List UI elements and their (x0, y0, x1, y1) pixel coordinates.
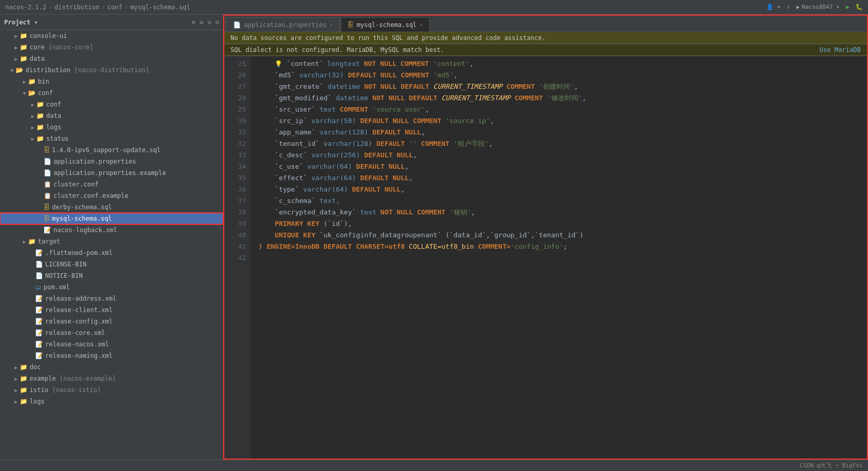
sidebar-header: Project ▾ ⊕ ≡ ⇅ ⚙ (0, 15, 223, 30)
tree-item-derby-sql[interactable]: ▶ 🗄 derby-schema.sql (0, 201, 223, 213)
tree-item-istio[interactable]: ▶ 📁 istio [nacos-istio] (0, 384, 223, 396)
tree-item-app-prop[interactable]: ▶ 📄 application.properties (0, 156, 223, 167)
debug-button[interactable]: 🐛 (856, 4, 863, 10)
collapse-all-icon[interactable]: ≡ (199, 19, 203, 26)
editor-area: 📄 application.properties ✕ 🗄 mysql-schem… (223, 15, 868, 460)
code-line-34: `c_use` varchar(64) DEFAULT NULL, (259, 161, 867, 172)
tree-item-cluster-conf-example[interactable]: ▶ 📋 cluster.conf.example (0, 190, 223, 201)
code-line-27: `gmt_create` datetime NOT NULL DEFAULT C… (259, 81, 867, 92)
tree-item-146-sql[interactable]: ▶ 🗄 1.4.0-ipv6_support-update.sql (0, 144, 223, 156)
tree-item-mysql-schema-sql[interactable]: ▶ 🗄 mysql-schema.sql (0, 213, 223, 224)
tab-mysql-schema-sql[interactable]: 🗄 mysql-schema.sql ✕ (341, 17, 430, 32)
tree-item-core[interactable]: ▶ 📁 core [nacos-core] (0, 42, 223, 53)
tree-item-bin[interactable]: ▶ 📁 bin (0, 76, 223, 87)
tree-item-example[interactable]: ▶ 📁 example [nacos-example] (0, 373, 223, 384)
code-line-35: `effect` varchar(64) DEFAULT NULL, (259, 172, 867, 184)
tree-item-release-client[interactable]: ▶ 📝 release-client.xml (0, 304, 223, 316)
tree-item-nacos-logback-xml[interactable]: ▶ 📝 nacos-logback.xml (0, 224, 223, 236)
code-line-30: `src_ip` varchar(50) DEFAULT NULL COMMEN… (259, 115, 867, 127)
breadcrumb-item-3: conf (107, 4, 123, 11)
use-mariadb-link[interactable]: Use MariaDB (820, 46, 861, 53)
code-line-26: `md5` varchar(32) DEFAULT NULL COMMENT '… (259, 70, 867, 81)
breadcrumb-item-1: nacos-2.1.2 (5, 4, 46, 11)
code-line-32: `tenant_id` varchar(128) DEFAULT '' COMM… (259, 138, 867, 150)
code-line-37: `c_schema` text, (259, 195, 867, 207)
run-button[interactable]: ▶ (846, 4, 849, 10)
code-line-33: `c_desc` varchar(256) DEFAULT NULL, (259, 150, 867, 161)
tree-item-status[interactable]: ▶ 📁 status (0, 133, 223, 144)
breadcrumb-item-4: mysql-schema.sql (130, 4, 191, 11)
code-line-38: `encrypted_data_key` text NOT NULL COMME… (259, 207, 867, 218)
expand-icon[interactable]: ⇅ (208, 19, 211, 26)
tab-close-app-prop[interactable]: ✕ (330, 22, 333, 28)
scope-icon[interactable]: ⊕ (192, 19, 195, 26)
tree-item-conf-sub[interactable]: ▶ 📁 conf (0, 99, 223, 110)
statusbar-text: CSDN @大飞 ~ BigFei (800, 462, 863, 469)
line-numbers: 252627282930313233343536373839404142 (224, 56, 250, 459)
tree-item-license-bin[interactable]: ▶ 📄 LICENSE-BIN (0, 259, 223, 270)
code-line-25: 💡 `content` longtext NOT NULL COMMENT 'c… (259, 58, 867, 70)
code-content[interactable]: 💡 `content` longtext NOT NULL COMMENT 'c… (250, 56, 867, 459)
tab-application-properties[interactable]: 📄 application.properties ✕ (226, 17, 340, 32)
tree-item-flattened-pom[interactable]: ▶ 📝 .flattened-pom.xml (0, 247, 223, 259)
tree-item-notice-bin[interactable]: ▶ 📄 NOTICE-BIN (0, 270, 223, 281)
sidebar: Project ▾ ⊕ ≡ ⇅ ⚙ ▶ 📁 console-ui ▶ 📁 cor… (0, 15, 223, 460)
breadcrumb-item-2: distribution (55, 4, 100, 11)
code-container[interactable]: 252627282930313233343536373839404142 💡 `… (224, 56, 867, 459)
main-layout: Project ▾ ⊕ ≡ ⇅ ⚙ ▶ 📁 console-ui ▶ 📁 cor… (0, 15, 868, 460)
tree-item-logs-root[interactable]: ▶ 📁 logs (0, 396, 223, 407)
code-line-29: `src_user` text COMMENT 'source user', (259, 104, 867, 115)
tree-item-app-prop-example[interactable]: ▶ 📄 application.properties.example (0, 167, 223, 179)
code-line-36: `type` varchar(64) DEFAULT NULL, (259, 184, 867, 195)
tree-item-doc[interactable]: ▶ 📁 doc (0, 361, 223, 373)
tree-item-release-core[interactable]: ▶ 📝 release-core.xml (0, 327, 223, 339)
statusbar: CSDN @大飞 ~ BigFei (0, 460, 868, 471)
code-line-31: `app_name` varchar(128) DEFAULT NULL, (259, 127, 867, 138)
tree-item-logs[interactable]: ▶ 📁 logs (0, 122, 223, 133)
tab-close-mysql-sql[interactable]: ✕ (420, 22, 423, 28)
breadcrumb: nacos-2.1.2 › distribution › conf › mysq… (5, 4, 190, 11)
tree-item-data[interactable]: ▶ 📁 data (0, 53, 223, 64)
tree-item-target[interactable]: ▶ 📁 target (0, 236, 223, 247)
file-tree: ▶ 📁 console-ui ▶ 📁 core [nacos-core] ▶ 📁… (0, 30, 223, 460)
run-config-icon: ▶ (796, 4, 800, 10)
tree-item-distribution[interactable]: ▼ 📂 distribution [nacos-distribution] (0, 64, 223, 76)
tab-sql-icon: 🗄 (347, 21, 354, 29)
sidebar-title: Project ▾ (4, 19, 38, 26)
tree-item-data-sub[interactable]: ▶ 📁 data (0, 110, 223, 122)
warning-banner-sql-dialect: SQL dialect is not configured. MariaDB, … (224, 44, 867, 56)
tree-item-release-nacos[interactable]: ▶ 📝 release-nacos.xml (0, 339, 223, 350)
code-line-28: `gmt_modified` datetime NOT NULL DEFAULT… (259, 92, 867, 104)
tree-item-console-ui[interactable]: ▶ 📁 console-ui (0, 30, 223, 42)
settings-icon[interactable]: ⚙ (215, 19, 219, 26)
warning-banner-no-datasource: No data sources are configured to run th… (224, 32, 867, 44)
editor-tabs: 📄 application.properties ✕ 🗄 mysql-schem… (224, 16, 867, 32)
tree-item-release-address[interactable]: ▶ 📝 release-address.xml (0, 293, 223, 304)
user-icon[interactable]: 👤 ▾ (766, 4, 780, 10)
tree-item-pom-xml[interactable]: ▶ 🗂 pom.xml (0, 281, 223, 293)
tab-prop-icon: 📄 (233, 21, 241, 29)
tree-item-release-config[interactable]: ▶ 📝 release-config.xml (0, 316, 223, 327)
tree-item-conf[interactable]: ▼ 📂 conf (0, 87, 223, 99)
nacos8847-dropdown[interactable]: ▶ Nacos8847 ▾ (796, 4, 839, 10)
titlebar: nacos-2.1.2 › distribution › conf › mysq… (0, 0, 868, 15)
code-line-41: ) ENGINE=InnoDB DEFAULT CHARSET=utf8 COL… (259, 241, 867, 252)
tree-item-release-naming[interactable]: ▶ 📝 release-naming.xml (0, 350, 223, 361)
code-line-40: UNIQUE KEY `uk_configinfo_datagroupenant… (259, 230, 867, 241)
navigate-back-button[interactable]: ↑ (786, 4, 790, 10)
tree-item-cluster-conf[interactable]: ▶ 📋 cluster.conf (0, 179, 223, 190)
code-line-39: PRIMARY KEY (`id`), (259, 218, 867, 230)
